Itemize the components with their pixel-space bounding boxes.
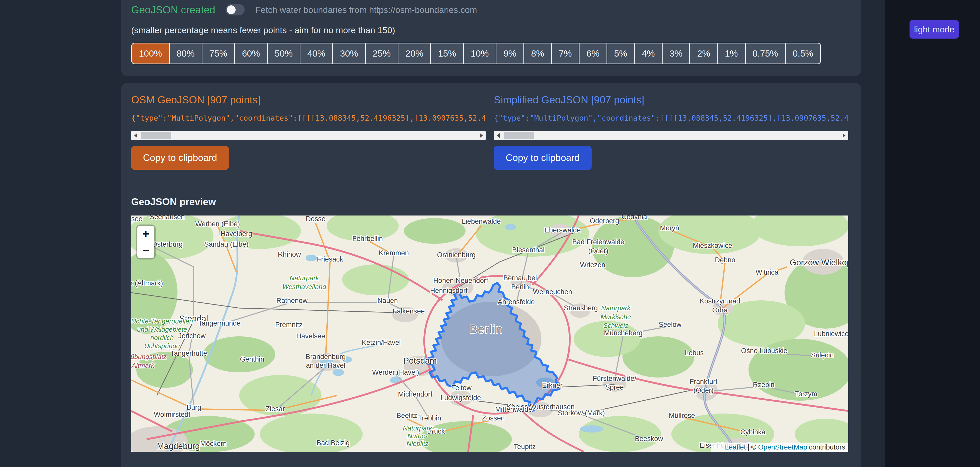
osm-horizontal-scrollbar[interactable] bbox=[131, 131, 486, 140]
map-label: (Oder) bbox=[694, 386, 714, 394]
zoom-in-button[interactable]: + bbox=[137, 226, 154, 242]
simplified-geojson-text[interactable]: {"type":"MultiPolygon","coordinates":[[[… bbox=[494, 114, 848, 122]
openstreetmap-link[interactable]: OpenStreetMap bbox=[758, 443, 807, 451]
percent-option-80%[interactable]: 80% bbox=[169, 43, 202, 64]
copyright-symbol: © bbox=[751, 443, 756, 451]
map-label: nordlich bbox=[150, 334, 173, 342]
map-label: Strausberg bbox=[564, 304, 598, 312]
osm-geojson-heading: OSM GeoJSON [907 points] bbox=[131, 94, 260, 106]
light-mode-button[interactable]: light mode bbox=[910, 20, 959, 38]
percent-option-50%[interactable]: 50% bbox=[267, 43, 300, 64]
map-label: Naturpark bbox=[403, 424, 433, 432]
app-background: GeoJSON created Fetch water boundaries f… bbox=[0, 0, 885, 467]
percent-option-100%[interactable]: 100% bbox=[132, 43, 169, 64]
map-label: Bernau bei bbox=[503, 274, 537, 282]
percent-option-2%[interactable]: 2% bbox=[689, 43, 717, 64]
map-label: see bbox=[131, 216, 143, 223]
map-label: Teupitz bbox=[514, 443, 536, 451]
map-label: Rathenow bbox=[276, 297, 308, 305]
berlin-boundary-polygon[interactable] bbox=[427, 283, 561, 411]
zoom-out-button[interactable]: − bbox=[137, 242, 154, 258]
map-label: Bad Belzig bbox=[317, 439, 350, 447]
map-label: Sulęcin bbox=[811, 351, 834, 359]
map-label: Müllrose bbox=[669, 412, 695, 419]
map-label: Dębno bbox=[715, 256, 735, 264]
scrollbar-thumb[interactable] bbox=[141, 132, 171, 140]
percent-option-60%[interactable]: 60% bbox=[234, 43, 267, 64]
scrollbar-thumb[interactable] bbox=[504, 132, 534, 140]
percent-option-30%[interactable]: 30% bbox=[332, 43, 365, 64]
percent-option-20%[interactable]: 20% bbox=[398, 43, 430, 64]
leaflet-link[interactable]: Leaflet bbox=[725, 443, 746, 451]
percent-option-9%[interactable]: 9% bbox=[496, 43, 523, 64]
map-label: park (Altmark) bbox=[131, 279, 163, 287]
scroll-left-arrow-icon[interactable] bbox=[494, 131, 503, 140]
percent-option-8%[interactable]: 8% bbox=[523, 43, 551, 64]
map-label: (Oder) bbox=[588, 247, 608, 255]
geojson-created-status: GeoJSON created bbox=[131, 4, 215, 16]
map-label: Trebbin bbox=[418, 414, 441, 422]
map-label: Naturpark bbox=[601, 304, 631, 312]
percent-option-0.75%[interactable]: 0.75% bbox=[745, 43, 785, 64]
map-label: Tangerhütte bbox=[170, 349, 207, 357]
percent-option-40%[interactable]: 40% bbox=[300, 43, 332, 64]
map-label: Westhavelland bbox=[282, 283, 327, 291]
simplified-horizontal-scrollbar[interactable] bbox=[494, 131, 848, 140]
map-label: Ahrensfelde bbox=[498, 298, 535, 306]
map-label: Hohen Neuendorf bbox=[433, 277, 488, 284]
osm-geojson-text[interactable]: {"type":"MultiPolygon","coordinates":[[[… bbox=[131, 114, 486, 122]
geojson-preview-heading: GeoJSON preview bbox=[131, 197, 216, 208]
map-label: Wriezen bbox=[580, 261, 606, 269]
map-label: Ośno Lubuskie bbox=[741, 347, 788, 354]
ukraine-flag-icon bbox=[714, 444, 723, 450]
percent-option-15%[interactable]: 15% bbox=[430, 43, 463, 64]
percent-option-4%[interactable]: 4% bbox=[634, 43, 662, 64]
percent-option-1%[interactable]: 1% bbox=[717, 43, 745, 64]
water-boundaries-toggle[interactable] bbox=[226, 4, 245, 16]
map-label: Schweiz bbox=[603, 322, 628, 329]
status-row: GeoJSON created Fetch water boundaries f… bbox=[131, 3, 477, 16]
percent-group: 100%80%75%60%50%40%30%25%20%15%10%9%8%7%… bbox=[131, 43, 821, 64]
percent-option-25%[interactable]: 25% bbox=[365, 43, 398, 64]
percent-option-7%[interactable]: 7% bbox=[551, 43, 579, 64]
map-label: Osterburg bbox=[152, 240, 183, 248]
map-label: Werben (Elbe) bbox=[195, 220, 240, 228]
percent-option-5%[interactable]: 5% bbox=[606, 43, 634, 64]
osm-copy-button[interactable]: Copy to clipboard bbox=[131, 146, 229, 170]
map-label: Havelsee bbox=[296, 332, 325, 340]
map-attribution: Leaflet | © OpenStreetMap contributors bbox=[711, 443, 848, 452]
map-label: Werneuchen bbox=[533, 288, 572, 296]
map-label: Witnica bbox=[756, 268, 779, 276]
map-label: Ludwigsfelde bbox=[441, 394, 481, 402]
map-label: Havelberg bbox=[220, 230, 252, 238]
map-label: Storkow (Mark) bbox=[558, 409, 605, 417]
scroll-right-arrow-icon[interactable] bbox=[840, 131, 848, 140]
map-label: Ketzin/Havel bbox=[362, 339, 401, 346]
map-label: Seehausen bbox=[150, 216, 185, 221]
map-label: Eberswalde bbox=[544, 226, 581, 234]
map-label: Kostrzyn nad bbox=[700, 297, 740, 305]
map-label: Möckern bbox=[200, 440, 227, 448]
output-card: OSM GeoJSON [907 points] {"type":"MultiP… bbox=[121, 83, 861, 467]
map-label: Lubniewice bbox=[814, 330, 848, 338]
percent-option-0.5%[interactable]: 0.5% bbox=[785, 43, 820, 64]
map-tiles: seeSeehausenWerben (Elbe)DosseLiebenwald… bbox=[131, 216, 848, 452]
map-label: Liebenwalde bbox=[462, 218, 501, 225]
scroll-right-arrow-icon[interactable] bbox=[477, 131, 486, 140]
simplified-copy-button[interactable]: Copy to clipboard bbox=[494, 146, 592, 170]
map-label: Zossen bbox=[482, 414, 505, 422]
map-label: Teltow bbox=[452, 384, 472, 392]
map-label: Genthin bbox=[240, 356, 264, 363]
map-label: Fürstenwalde/ bbox=[593, 375, 636, 383]
map-label: Uchte-Tangerquellen bbox=[131, 317, 193, 325]
percent-option-3%[interactable]: 3% bbox=[662, 43, 690, 64]
simplified-geojson-heading: Simplified GeoJSON [907 points] bbox=[494, 94, 644, 106]
percent-option-75%[interactable]: 75% bbox=[202, 43, 234, 64]
percent-option-10%[interactable]: 10% bbox=[463, 43, 496, 64]
attribution-separator: | bbox=[748, 443, 749, 451]
map-canvas[interactable]: seeSeehausenWerben (Elbe)DosseLiebenwald… bbox=[131, 216, 848, 452]
map-label: Tangermünde bbox=[198, 319, 240, 327]
scroll-left-arrow-icon[interactable] bbox=[131, 131, 140, 140]
map-label: Rzepin bbox=[753, 381, 775, 389]
percent-option-6%[interactable]: 6% bbox=[579, 43, 606, 64]
